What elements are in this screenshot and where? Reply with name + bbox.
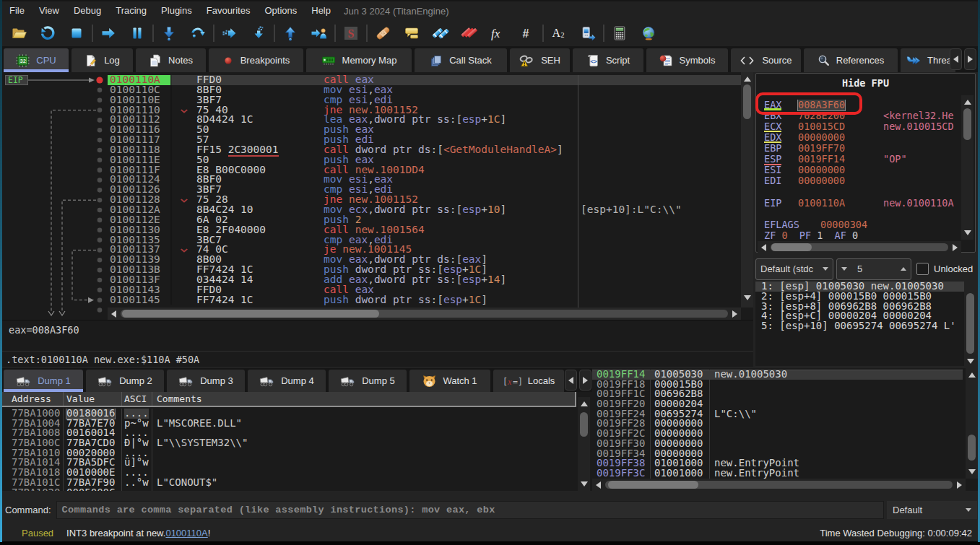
stack-vscroll-thumb[interactable] <box>968 435 976 461</box>
calculator-button[interactable] <box>605 22 634 45</box>
tab-log[interactable]: Log <box>71 48 133 72</box>
patches-button[interactable] <box>368 22 397 45</box>
register-row[interactable]: EDX00000000 <box>756 132 963 143</box>
command-script-combo[interactable]: Default <box>887 501 977 519</box>
stack-row[interactable]: 0019FF3C01001000new.EntryPoint <box>592 468 963 479</box>
scroll-up-button[interactable] <box>578 398 590 409</box>
menu-tracing[interactable]: Tracing <box>108 1 154 20</box>
menu-file[interactable]: File <box>2 1 32 20</box>
scroll-down-button[interactable] <box>966 466 978 477</box>
scroll-down-button[interactable] <box>964 356 976 367</box>
register-row[interactable]: EBX7028E200<kernel32.He <box>756 110 963 121</box>
register-row[interactable] <box>756 209 963 219</box>
dump-header-address[interactable]: Address <box>2 392 64 406</box>
dump-vertical-scrollbar[interactable] <box>578 397 590 491</box>
arguments-vscroll-thumb[interactable] <box>966 293 974 354</box>
dump-header-value[interactable]: Value <box>64 392 122 406</box>
open-file-button[interactable] <box>4 22 33 45</box>
register-row[interactable]: EAX008A3F60 <box>756 100 963 110</box>
stack-row[interactable]: 0019FF2C00000000 <box>592 429 963 439</box>
execute-till-return-button[interactable] <box>276 22 305 45</box>
tab-memory-map[interactable]: Memory Map <box>306 48 412 72</box>
crc-hash-button[interactable]: # <box>513 22 542 45</box>
step-into-button[interactable] <box>155 22 183 45</box>
bottom-tab-dump-3[interactable]: Dump 3 <box>167 370 245 392</box>
stack-row[interactable]: 0019FF2800000000 <box>592 419 963 429</box>
scroll-up-button[interactable] <box>966 370 978 380</box>
register-row[interactable]: EIP0100110Anew.0100110A <box>756 198 963 209</box>
bottom-tab-dump-4[interactable]: Dump 4 <box>248 370 326 392</box>
pause-button[interactable] <box>123 22 152 45</box>
restart-button[interactable] <box>33 22 62 45</box>
disassembly-view[interactable]: EIP 0100110AFFD0call eax0100110C8BF0mov … <box>2 72 753 320</box>
dump-vscroll-thumb[interactable] <box>580 412 588 437</box>
tab-script[interactable]: <>Script <box>573 48 643 72</box>
registers-hscroll-thumb[interactable] <box>771 243 812 251</box>
dump-header-comments[interactable]: Comments <box>152 392 575 406</box>
scroll-right-button[interactable] <box>729 308 741 319</box>
register-row[interactable] <box>756 187 963 198</box>
stack-row[interactable]: 0019FF1C006962B8 <box>592 389 963 399</box>
help-globe-button[interactable] <box>634 22 663 45</box>
step-over-button[interactable] <box>183 22 212 45</box>
dump-row[interactable]: 77BA10200005000C <box>2 488 576 492</box>
tab-scroll-right-button[interactable] <box>964 48 976 70</box>
arguments-vertical-scrollbar[interactable] <box>964 282 976 367</box>
tab-notes[interactable]: Notes <box>136 48 206 72</box>
tab-threads[interactable]: Threads <box>901 48 955 72</box>
scroll-down-button[interactable] <box>578 479 590 489</box>
trace-into-button[interactable] <box>215 22 244 45</box>
dump-header-ascii[interactable]: ASCI <box>122 392 152 406</box>
attach-button[interactable] <box>573 22 602 45</box>
registers-horizontal-scrollbar[interactable] <box>758 241 961 253</box>
disasm-row[interactable]: 01001145FF7424 1Cpush dword ptr ss:[esp+… <box>2 295 741 305</box>
menu-options[interactable]: Options <box>257 1 304 20</box>
scroll-left-button[interactable] <box>108 308 120 319</box>
menu-help[interactable]: Help <box>304 1 338 20</box>
tab-scroll-left-button[interactable] <box>950 48 962 70</box>
trace-over-button[interactable] <box>244 22 273 45</box>
argument-row[interactable]: 5: [esp+10] 00695274 00695274 L' <box>755 321 964 331</box>
stack-row[interactable]: 0019FF2400695274L"C:\\" <box>592 409 963 419</box>
bookmarks-button[interactable] <box>455 22 484 45</box>
bottom-tab-scroll-right-button[interactable] <box>579 370 591 391</box>
bottom-tab-dump-1[interactable]: Dump 1 <box>4 370 83 392</box>
stack-row[interactable]: 0019FF3000000000 <box>592 439 963 449</box>
disasm-vertical-scrollbar[interactable] <box>741 72 753 308</box>
disasm-vscroll-thumb[interactable] <box>743 84 751 119</box>
disasm-horizontal-scrollbar[interactable] <box>108 308 741 320</box>
menu-plugins[interactable]: Plugins <box>154 1 199 20</box>
labels-button[interactable] <box>426 22 455 45</box>
hide-fpu-button[interactable]: Hide FPU <box>756 74 975 92</box>
assemble-button[interactable]: A2 <box>545 22 573 45</box>
stack-row[interactable]: 0019FF18000015B0 <box>592 380 963 390</box>
scroll-up-button[interactable] <box>961 97 974 108</box>
register-row[interactable]: ESP0019FF14"OP" <box>756 154 963 165</box>
spinner-up-arrow[interactable] <box>901 267 906 271</box>
scroll-right-button[interactable] <box>953 479 966 490</box>
scroll-down-button[interactable] <box>741 292 753 303</box>
arguments-list[interactable]: 1: [esp] 01005030 new.010050302: [esp+4]… <box>755 282 964 366</box>
disasm-hscroll-thumb[interactable] <box>122 310 379 318</box>
stack-view[interactable]: 0019FF1401005030new.010050300019FF180000… <box>592 368 978 491</box>
menu-debug[interactable]: Debug <box>66 1 108 20</box>
stack-hscroll-thumb[interactable] <box>608 481 698 489</box>
tab-references[interactable]: References <box>804 48 898 72</box>
scroll-right-button[interactable] <box>949 242 961 253</box>
registers-vscroll-thumb[interactable] <box>963 108 971 140</box>
tab-seh[interactable]: SEH <box>510 48 570 72</box>
comments-button[interactable] <box>397 22 426 45</box>
unlocked-checkbox[interactable] <box>916 263 929 275</box>
run-to-user-code-button[interactable] <box>305 22 334 45</box>
run-button[interactable] <box>94 22 123 45</box>
tab-source[interactable]: Source <box>731 48 801 72</box>
register-row[interactable]: ECX010015CDnew.010015CD <box>756 121 963 132</box>
stack-row[interactable]: 0019FF1401005030new.01005030 <box>592 370 963 380</box>
spinner-down-arrow[interactable] <box>841 267 847 271</box>
scroll-down-button[interactable] <box>961 227 974 238</box>
bottom-tab-locals[interactable]: [x=]Locals <box>493 370 564 392</box>
calling-convention-combo[interactable]: Default (stdc <box>755 258 833 280</box>
tab-breakpoints[interactable]: Breakpoints <box>209 48 303 72</box>
status-breakpoint-address-link[interactable]: 0100110A <box>165 528 207 539</box>
argument-count-spinner[interactable]: 5 <box>836 258 911 280</box>
